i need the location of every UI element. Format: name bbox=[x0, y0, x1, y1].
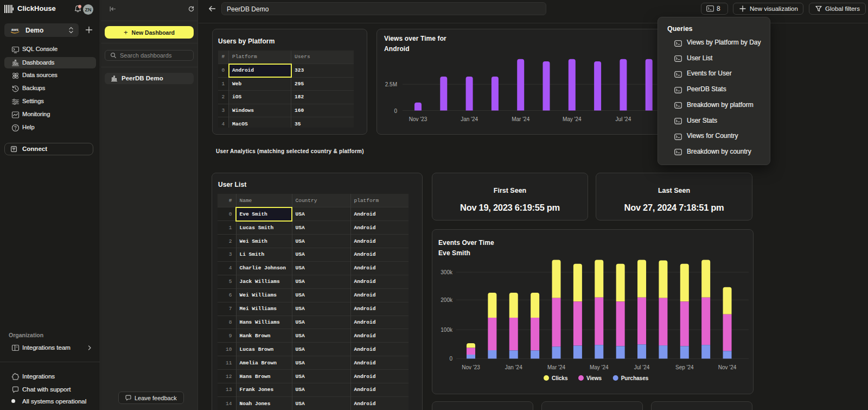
svg-text:300k: 300k bbox=[441, 269, 453, 275]
svg-text:Jan '24: Jan '24 bbox=[505, 364, 522, 370]
svg-text:Clicks: Clicks bbox=[552, 375, 568, 381]
svg-text:Nov '24: Nov '24 bbox=[718, 364, 737, 370]
svg-text:Views: Views bbox=[586, 375, 602, 381]
svg-text:Nov '23: Nov '23 bbox=[462, 364, 480, 370]
svg-text:May '24: May '24 bbox=[563, 116, 582, 122]
svg-text:0: 0 bbox=[449, 356, 452, 362]
svg-text:Nov '23: Nov '23 bbox=[409, 116, 427, 122]
svg-text:May '24: May '24 bbox=[590, 364, 609, 370]
svg-text:Mar '24: Mar '24 bbox=[512, 116, 529, 122]
svg-text:200k: 200k bbox=[441, 297, 453, 303]
svg-text:Jul '24: Jul '24 bbox=[634, 364, 650, 370]
svg-text:100k: 100k bbox=[441, 327, 453, 333]
svg-text:2.5M: 2.5M bbox=[385, 81, 397, 87]
svg-text:Jan '24: Jan '24 bbox=[461, 116, 478, 122]
svg-text:aws: aws bbox=[11, 28, 18, 31]
svg-text:0: 0 bbox=[394, 108, 397, 114]
svg-text:Mar '24: Mar '24 bbox=[547, 364, 565, 370]
svg-text:Sep '24: Sep '24 bbox=[675, 364, 694, 370]
svg-text:Purchases: Purchases bbox=[621, 375, 649, 381]
svg-text:Jul '24: Jul '24 bbox=[616, 116, 631, 122]
